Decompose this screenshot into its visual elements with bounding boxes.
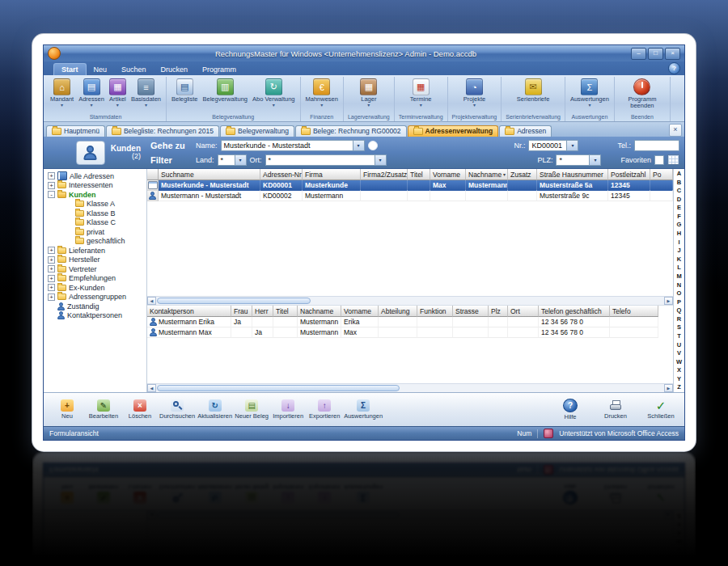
alphabet-letter-d[interactable]: D xyxy=(677,196,681,203)
column-header-titel[interactable]: Titel xyxy=(408,169,430,180)
alphabet-letter-i[interactable]: I xyxy=(678,239,679,246)
ribbon-item-auswertungen[interactable]: ΣAuswertungen▾ xyxy=(568,78,612,108)
datasheet-icon[interactable] xyxy=(667,154,679,165)
tree-item-geschaeftlich[interactable]: geschäftlich xyxy=(44,237,146,247)
expand-icon[interactable]: + xyxy=(48,256,55,264)
document-tab-adressenverwaltung[interactable]: Adressenverwaltung xyxy=(408,125,499,137)
scroll-left-icon[interactable]: ◀ xyxy=(147,384,156,392)
tree-item-klasse-b[interactable]: Klasse B xyxy=(44,209,146,218)
scroll-right-icon[interactable]: ▶ xyxy=(664,384,673,392)
ribbon-tab-start[interactable]: Start xyxy=(53,63,87,75)
toolbar-button-neu[interactable]: +Neu xyxy=(50,399,84,420)
alphabet-letter-h[interactable]: H xyxy=(677,230,681,237)
column-header-ort[interactable]: Ort xyxy=(508,306,539,317)
alphabet-letter-o[interactable]: O xyxy=(677,290,682,297)
column-header-zusatz[interactable]: Zusatz xyxy=(508,169,537,180)
ribbon-item-adressen[interactable]: ▤Adressen▾ xyxy=(76,78,107,108)
column-header-funktion[interactable]: Funktion xyxy=(417,306,453,317)
column-header-nachname[interactable]: Nachname xyxy=(298,306,341,317)
nr-combobox[interactable]: KD00001 ▾ xyxy=(528,140,578,151)
toolbar-button-hilfe[interactable]: ?Hilfe xyxy=(553,399,587,420)
table-row[interactable]: Mustermann ErikaJaMustermannErika12 34 5… xyxy=(147,317,673,327)
expand-icon[interactable]: + xyxy=(48,294,55,301)
alphabet-letter-e[interactable]: E xyxy=(677,205,681,211)
chevron-down-icon[interactable]: ▾ xyxy=(353,141,364,150)
column-header-plz[interactable]: Plz xyxy=(489,306,508,317)
ribbon-item-programm-beenden[interactable]: Programm beenden xyxy=(617,78,667,111)
column-header-postleitzahl[interactable]: Postleitzahl xyxy=(608,169,650,180)
tree-item-interessenten[interactable]: +Interessenten xyxy=(44,181,146,191)
ribbon-item-lager[interactable]: ▦Lager▾ xyxy=(358,78,379,108)
chevron-down-icon[interactable]: ▾ xyxy=(566,141,578,150)
table-row[interactable]: Mustermann MaxJaMustermannMax12 34 56 78… xyxy=(147,327,673,338)
column-header-abteilung[interactable]: Abteilung xyxy=(379,306,417,317)
scroll-thumb[interactable] xyxy=(157,385,400,391)
column-header-firma[interactable]: Firma xyxy=(303,169,361,180)
column-header-telefon-geschaeftlich[interactable]: Telefon geschäftlich xyxy=(539,306,610,317)
toolbar-button-drucken[interactable]: Drucken xyxy=(599,399,633,420)
tree-item-kontaktpersonen[interactable]: Kontaktpersonen xyxy=(44,311,146,321)
column-header-suchname[interactable]: Suchname xyxy=(159,169,260,180)
maximize-button[interactable]: □ xyxy=(648,48,663,60)
ribbon-tab-drucken[interactable]: Drucken xyxy=(154,64,196,75)
table-row[interactable]: Mustermann - MusterstadtKD00002Musterman… xyxy=(147,191,673,201)
column-header-strasse-hausnummer[interactable]: Straße Hausnummer xyxy=(537,169,608,180)
ribbon-item-mandant[interactable]: ⌂Mandant▾ xyxy=(48,78,76,108)
tree-item-klasse-c[interactable]: Klasse C xyxy=(44,218,146,228)
document-tab-adressen[interactable]: Adressen xyxy=(499,125,552,137)
alphabet-letter-x[interactable]: X xyxy=(677,367,681,374)
alphabet-letter-g[interactable]: G xyxy=(677,222,682,228)
ribbon-tab-programm[interactable]: Programm xyxy=(195,64,243,75)
ribbon-item-serienbriefe[interactable]: ✉Serienbriefe xyxy=(514,78,552,103)
expand-icon[interactable]: + xyxy=(48,265,55,272)
alphabet-letter-w[interactable]: W xyxy=(676,359,682,365)
close-button[interactable]: × xyxy=(665,48,680,60)
column-header-adressen-nr[interactable]: Adressen-Nr xyxy=(260,169,303,180)
alphabet-letter-t[interactable]: T xyxy=(677,333,681,340)
toolbar-button-auswertungen[interactable]: ΣAuswertungen xyxy=(344,399,383,420)
document-tab-belege-rechnung-rg00002[interactable]: Belege: Rechnung RG00002 xyxy=(295,125,407,137)
column-header-telefo[interactable]: Telefo xyxy=(610,306,658,317)
ribbon-item-termine[interactable]: ▦Termine▾ xyxy=(408,78,434,108)
alphabet-letter-y[interactable]: Y xyxy=(677,376,681,382)
scroll-right-icon[interactable]: ▶ xyxy=(664,297,673,305)
column-header-herr[interactable]: Herr xyxy=(252,306,273,317)
tree-item-ex-kunden[interactable]: +Ex-Kunden xyxy=(44,283,146,293)
tree-item-privat[interactable]: privat xyxy=(44,227,146,237)
tree-item-klasse-a[interactable]: Klasse A xyxy=(44,200,146,209)
alphabet-letter-s[interactable]: S xyxy=(677,324,681,331)
ribbon-item-basisdaten[interactable]: ≡Basisdaten▾ xyxy=(129,78,163,108)
name-combobox[interactable]: Musterkunde - Musterstadt ▾ xyxy=(221,140,365,151)
plz-combobox[interactable]: * ▾ xyxy=(556,154,601,166)
row-selector[interactable] xyxy=(147,191,159,201)
column-header-frau[interactable]: Frau xyxy=(231,306,252,317)
alphabet-letter-m[interactable]: M xyxy=(676,273,681,280)
ribbon-item-abo-verwaltung[interactable]: ↻Abo Verwaltung▾ xyxy=(250,78,298,108)
column-header-vorname[interactable]: Vorname xyxy=(430,169,466,180)
toolbar-button-bearbeiten[interactable]: ✎Bearbeiten xyxy=(87,399,121,420)
favorites-checkbox[interactable] xyxy=(654,155,664,165)
expand-icon[interactable]: + xyxy=(48,247,55,254)
ribbon-item-belegverwaltung[interactable]: ▥Belegverwaltung xyxy=(201,78,250,103)
scroll-left-icon[interactable]: ◀ xyxy=(147,297,156,305)
tree-item-alle-adressen[interactable]: +Alle Adressen xyxy=(44,171,146,181)
alphabet-letter-v[interactable]: V xyxy=(677,350,681,357)
document-tab-belegverwaltung[interactable]: Belegverwaltung xyxy=(220,125,294,137)
document-tab-belegliste-rechnungen-2015[interactable]: Belegliste: Rechnungen 2015 xyxy=(106,125,219,137)
alphabet-letter-f[interactable]: F xyxy=(677,213,681,220)
expand-icon[interactable]: + xyxy=(48,172,55,180)
column-header-strasse[interactable]: Strasse xyxy=(453,306,489,317)
help-icon[interactable]: ? xyxy=(668,62,680,74)
column-header-titel[interactable]: Titel xyxy=(273,306,298,317)
tree-item-zustaendig[interactable]: Zuständig xyxy=(44,302,146,311)
table-row[interactable]: Musterkunde - MusterstadtKD00001Musterku… xyxy=(147,180,673,191)
expand-icon[interactable]: + xyxy=(48,275,55,282)
toolbar-button-durchsuchen[interactable]: Durchsuchen xyxy=(159,399,195,420)
alphabet-letter-z[interactable]: Z xyxy=(677,384,681,391)
ribbon-item-mahnwesen[interactable]: €Mahnwesen▾ xyxy=(303,78,341,108)
column-header-po[interactable]: Po xyxy=(650,169,673,180)
toolbar-button-schliessen[interactable]: ✓Schließen xyxy=(644,399,678,420)
ribbon-tab-suchen[interactable]: Suchen xyxy=(114,64,154,75)
toolbar-button-exportieren[interactable]: ↑Exportieren xyxy=(307,399,341,420)
land-combobox[interactable]: * ▾ xyxy=(218,154,247,166)
